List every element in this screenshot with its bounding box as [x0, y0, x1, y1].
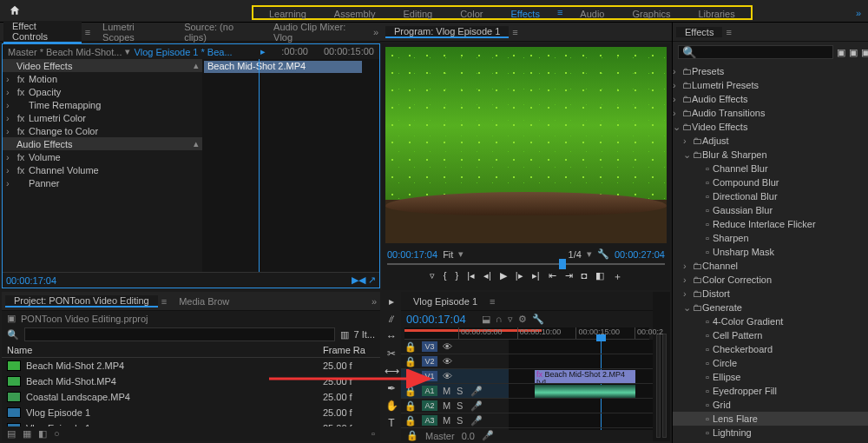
pen-tool-icon[interactable]: ✒	[387, 382, 396, 394]
lock-icon[interactable]: 🔒	[404, 386, 417, 397]
mic-icon[interactable]: 🎤	[470, 415, 483, 426]
col-framerate[interactable]: Frame Ra	[323, 345, 375, 355]
tab-source-no-clips-[interactable]: Source: (no clips)	[175, 22, 265, 43]
step-fwd-icon[interactable]: |▸	[516, 270, 523, 283]
step-back-icon[interactable]: ◂|	[483, 270, 491, 283]
track-a1[interactable]: 🔒A1MS🎤	[401, 384, 509, 399]
project-search-input[interactable]	[24, 327, 335, 341]
workspace-libraries[interactable]: Libraries	[684, 7, 748, 18]
ec-audio-effects[interactable]: Audio Effects▴	[3, 137, 202, 150]
effects-video-effects[interactable]: ⌄🗀Video Effects	[673, 120, 868, 134]
workspace-graphics[interactable]: Graphics	[618, 7, 684, 18]
ec-panner[interactable]: ›Panner	[3, 176, 202, 189]
lane-a2[interactable]	[509, 399, 653, 413]
overflow-icon[interactable]: »	[856, 8, 861, 18]
tab-sequence[interactable]: Vlog Episode 1	[404, 296, 486, 307]
effects-distort[interactable]: ›🗀Distort	[673, 287, 868, 301]
ec-timecode[interactable]: 00:00:17:04	[6, 275, 56, 286]
mark-in-icon[interactable]: {	[444, 270, 447, 283]
add-marker-icon[interactable]: ▿	[430, 270, 435, 283]
timeline-clip-audio[interactable]	[535, 385, 635, 398]
lock-icon[interactable]: 🔒	[404, 341, 417, 353]
effects-paint-bucket[interactable]: ▫Paint Bucket	[673, 440, 868, 443]
settings-icon[interactable]: ⚙	[518, 314, 527, 325]
effects-lens-flare[interactable]: ▫Lens Flare	[673, 412, 868, 426]
toggle-output-icon[interactable]: M	[443, 386, 451, 396]
ec-channel-volume[interactable]: ›fxChannel Volume	[3, 163, 202, 176]
tab-media-browser[interactable]: Media Brow	[170, 296, 238, 307]
effects-channel[interactable]: ›🗀Channel	[673, 259, 868, 273]
overflow-icon[interactable]: »	[373, 27, 378, 37]
effects-adjust[interactable]: ›🗀Adjust	[673, 134, 868, 148]
lane-a3[interactable]	[509, 413, 653, 428]
slip-tool-icon[interactable]: ⟷	[385, 365, 399, 377]
effects-generate[interactable]: ⌄🗀Generate	[673, 301, 868, 314]
effects-cell-pattern[interactable]: ▫Cell Pattern	[673, 328, 868, 342]
icon-view-icon[interactable]: ▦	[23, 428, 31, 440]
button-editor-icon[interactable]: ＋	[613, 270, 622, 283]
mic-icon[interactable]: 🎤	[470, 400, 483, 412]
timeline-clip-video[interactable]: fx Beach Mid-Shot 2.MP4 [V]	[535, 370, 635, 383]
ripple-tool-icon[interactable]: ↔	[386, 330, 397, 342]
tab-project[interactable]: Project: PONToon Video Editing	[5, 295, 158, 307]
effects-color-correction[interactable]: ›🗀Color Correction	[673, 273, 868, 287]
selection-tool-icon[interactable]: ▸	[389, 295, 394, 307]
ec-export-icon[interactable]: ↗	[368, 274, 376, 286]
mic-icon[interactable]: 🎤	[482, 430, 494, 441]
wrench-icon[interactable]: 🔧	[532, 314, 544, 325]
effects-ellipse[interactable]: ▫Ellipse	[673, 370, 868, 384]
effects-unsharp-mask[interactable]: ▫Unsharp Mask	[673, 245, 868, 259]
tab-program[interactable]: Program: Vlog Episode 1	[385, 26, 509, 38]
toggle-output-icon[interactable]: M	[443, 415, 451, 426]
filter-bin-icon[interactable]: ▥	[340, 329, 349, 341]
ec-loop-icon[interactable]: ▶◀	[352, 274, 365, 286]
project-item[interactable]: Vlog Episode 125.00 f	[2, 420, 380, 426]
tab-effect-controls[interactable]: Effect Controls	[3, 21, 82, 43]
compare-icon[interactable]: ◧	[595, 270, 604, 283]
lock-icon[interactable]: 🔒	[404, 371, 417, 382]
program-tc-left[interactable]: 00:00:17:04	[387, 249, 437, 260]
ec-volume[interactable]: ›fxVolume	[3, 150, 202, 163]
list-view-icon[interactable]: ▤	[7, 428, 16, 440]
wrench-icon[interactable]: 🔧	[597, 248, 609, 260]
play-icon[interactable]: ▶	[500, 270, 507, 283]
extract-icon[interactable]: ⇥	[565, 270, 573, 283]
snap-icon[interactable]: ⬓	[482, 314, 490, 325]
ec-change-to-color[interactable]: ›fxChange to Color	[3, 124, 202, 137]
scale-dropdown[interactable]: 1/4	[569, 249, 582, 260]
ec-opacity[interactable]: ›fxOpacity	[3, 85, 202, 98]
fx-yuv-icon[interactable]: ▣	[861, 47, 868, 58]
track-a3[interactable]: 🔒A3MS🎤	[401, 413, 509, 428]
project-item[interactable]: Beach Mid-Shot 2.MP425.00 f	[2, 358, 380, 374]
track-v2[interactable]: 🔒V2👁	[401, 354, 509, 369]
project-item[interactable]: Vlog Episode 125.00 f	[2, 405, 380, 420]
workspace-menu-icon[interactable]: ≡	[554, 7, 566, 18]
track-v1[interactable]: 🔒V1👁	[401, 369, 509, 384]
effects-compound-blur[interactable]: ▫Compound Blur	[673, 175, 868, 189]
fx-accel-icon[interactable]: ▣	[849, 47, 858, 58]
track-select-tool-icon[interactable]: ⫽	[386, 313, 397, 325]
hand-tool-icon[interactable]: ✋	[385, 400, 398, 412]
workspace-effects[interactable]: Effects	[496, 7, 553, 18]
effects-checkerboard[interactable]: ▫Checkerboard	[673, 342, 868, 356]
project-item[interactable]: Beach Mid-Shot.MP425.00 f	[2, 374, 380, 389]
home-icon[interactable]	[9, 4, 21, 18]
ec-playhead[interactable]	[259, 59, 260, 272]
effects-presets[interactable]: ›🗀Presets	[673, 64, 868, 78]
linked-sel-icon[interactable]: ∩	[496, 314, 503, 325]
effects-lightning[interactable]: ▫Lightning	[673, 426, 868, 440]
marker-icon[interactable]: ▿	[508, 314, 513, 325]
go-in-icon[interactable]: |◂	[467, 270, 475, 283]
effects-channel-blur[interactable]: ▫Channel Blur	[673, 162, 868, 175]
tab-lumetri-scopes[interactable]: Lumetri Scopes	[94, 22, 175, 43]
effects--color-gradient[interactable]: ▫4-Color Gradient	[673, 314, 868, 328]
effects-grid[interactable]: ▫Grid	[673, 398, 868, 412]
fx-badge-icon[interactable]: ▣	[837, 47, 845, 58]
new-item-icon[interactable]: ▫	[372, 428, 375, 440]
workspace-color[interactable]: Color	[446, 7, 496, 18]
lane-v2[interactable]	[509, 354, 653, 369]
effects-lumetri-presets[interactable]: ›🗀Lumetri Presets	[673, 78, 868, 92]
track-v3[interactable]: 🔒V3👁	[401, 340, 509, 354]
effect-controls-timeline[interactable]: Beach Mid-Shot 2.MP4	[202, 59, 379, 272]
mark-out-icon[interactable]: }	[455, 270, 458, 283]
